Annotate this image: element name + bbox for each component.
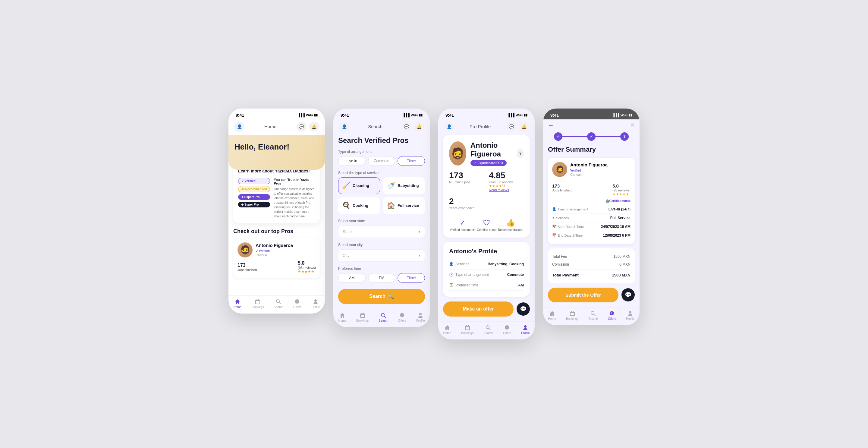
profile-avatar-btn[interactable]: 👤: [444, 122, 454, 131]
offer-rating-stat: 5.0 (93 reviews) ★★★★★: [613, 183, 630, 196]
service-cleaning[interactable]: 🧹 Cleaning: [338, 177, 380, 194]
nav-search-2[interactable]: Search: [378, 312, 388, 322]
offer-top-nav: ← ✕: [548, 119, 635, 132]
nav-offers-label-4: Offers: [608, 317, 616, 321]
nav-search-4[interactable]: Search: [588, 310, 598, 321]
certified-row: 🏥 Certified nurse: [552, 199, 630, 203]
nav-search-3[interactable]: Search: [484, 325, 493, 335]
avatar-btn[interactable]: 👤: [235, 122, 244, 131]
start-icon: 📅: [552, 225, 556, 229]
nav-offers-2[interactable]: Offers: [398, 312, 406, 322]
nav-profile-3[interactable]: Profile: [521, 325, 530, 335]
bell-icon[interactable]: 🔔: [309, 122, 319, 131]
pro-location-home: Cancún: [255, 253, 293, 257]
nav-search-label-2: Search: [378, 319, 388, 322]
chat-icon-3[interactable]: 💬: [506, 122, 516, 131]
search-avatar-btn[interactable]: 👤: [339, 122, 349, 131]
commission-value: 0 MXN: [619, 262, 630, 267]
profile-name-col: Antonio Figueroa ✓ Experienced PRO: [470, 141, 513, 166]
service-babysitting[interactable]: 🍼 Babysitting: [383, 177, 425, 194]
bottom-nav-1: Home Bookings Search Offers Profile: [228, 295, 325, 313]
bell-icon-3[interactable]: 🔔: [519, 122, 529, 131]
arrangement-icon-offer: 👤: [552, 207, 556, 211]
signal-icon-2: ▐▐▐: [402, 113, 409, 117]
search-nav-title: Search: [368, 124, 382, 129]
service-cooking[interactable]: 🍳 Cooking: [338, 197, 380, 214]
pill-livein[interactable]: Live-in: [338, 156, 366, 166]
nav-profile-4[interactable]: Profile: [626, 310, 634, 321]
nav-home-1[interactable]: Home: [234, 299, 242, 309]
nav-bookings-1[interactable]: Bookings: [251, 299, 264, 309]
signal-icon: ▐▐▐: [298, 113, 304, 117]
nav-home-4[interactable]: Home: [548, 310, 556, 321]
nav-offers-4[interactable]: Offers: [608, 310, 616, 321]
service-fullservice[interactable]: 🏠 Full service: [383, 197, 425, 214]
read-reviews[interactable]: Read reviews: [489, 188, 524, 192]
nav-offers-1[interactable]: Offers: [293, 299, 301, 309]
badge-verified-docs: ✓ Verified documents: [450, 218, 475, 232]
offer-arrangement-label: 👤 Type of arrangement: [552, 207, 588, 211]
nav-profile-2[interactable]: Profile: [416, 312, 425, 322]
status-bar-2: 9:41 ▐▐▐ WiFi ▮▮: [333, 109, 430, 119]
antonio-profile-card: Antonio's Profile 👤 Services Babysitting…: [443, 242, 530, 297]
nav-bookings-4[interactable]: Bookings: [566, 310, 578, 321]
back-button[interactable]: ←: [548, 122, 554, 129]
city-label: Select your city: [338, 243, 425, 247]
chat-circle-btn[interactable]: 💬: [517, 302, 530, 316]
battery-icon-2: ▮▮: [419, 113, 423, 117]
verified-docs-icon: ✓: [460, 218, 466, 227]
pill-either[interactable]: Either: [398, 156, 425, 166]
chat-circle-offer[interactable]: 💬: [621, 288, 635, 301]
verified-docs-label: Verified documents: [450, 228, 475, 232]
offer-start-label: 📅 Start Date & Time: [552, 225, 584, 229]
nav-home-3[interactable]: Home: [443, 325, 452, 335]
arrangement-label: Type of arrangement: [338, 150, 425, 154]
battery-icon-3: ▮▮: [524, 113, 527, 117]
search-content: Search Verified Pros Type of arrangement…: [333, 135, 430, 309]
city-select[interactable]: City ▾: [338, 249, 425, 262]
home-main: Your Trust & Safety is our priority. Lea…: [228, 158, 325, 278]
pill-pm[interactable]: PM: [368, 273, 396, 283]
nav-home-label-1: Home: [234, 305, 242, 309]
offer-end-value: 12/08/2023 6 PM: [603, 233, 630, 238]
status-icons-1: ▐▐▐ WiFi ▮▮: [298, 113, 318, 117]
state-select[interactable]: State ▾: [338, 226, 425, 238]
nav-bookings-3[interactable]: Bookings: [461, 325, 473, 335]
service-label: Select the type of service: [338, 171, 425, 175]
nav-offers-3[interactable]: Offers: [503, 325, 511, 335]
pro-card-home[interactable]: 🧔 Antonio Figueroa ✓ Verified Cancún 173…: [233, 238, 320, 278]
years-label: Years experience: [449, 206, 484, 210]
end-icon: 📅: [552, 233, 556, 237]
chat-icon-2[interactable]: 💬: [401, 122, 411, 131]
help-icon[interactable]: ?: [517, 149, 524, 158]
city-placeholder: City: [343, 253, 349, 258]
nav-icons-profile: 💬 🔔: [506, 122, 529, 131]
nav-home-2[interactable]: Home: [338, 312, 347, 322]
chat-icon[interactable]: 💬: [297, 122, 306, 131]
make-offer-button[interactable]: Make an offer: [443, 301, 514, 317]
cooking-icon: 🍳: [342, 202, 350, 210]
total-payment-label: Total Payment: [552, 273, 579, 277]
recommended-badge: 🏷 Recommended: [238, 186, 270, 192]
nav-bookings-label-4: Bookings: [566, 317, 578, 321]
nav-profile-label-4: Profile: [626, 317, 634, 321]
nav-search-1[interactable]: Search: [274, 299, 283, 309]
commission-label: Comission: [552, 262, 569, 267]
nav-bookings-2[interactable]: Bookings: [356, 312, 369, 322]
submit-offer-button[interactable]: Submit the Offer: [548, 288, 618, 302]
pill-am[interactable]: AM: [338, 273, 366, 283]
pill-either-time[interactable]: Either: [398, 273, 425, 283]
state-placeholder: State: [343, 230, 352, 234]
years-num: 2: [449, 197, 484, 206]
bell-icon-2[interactable]: 🔔: [414, 122, 424, 131]
trust-body: Our badge system is designed to offer yo…: [274, 187, 315, 218]
nav-profile-1[interactable]: Profile: [311, 299, 320, 309]
services-label: 👤 Services: [449, 262, 469, 266]
cleaning-icon: 🧹: [342, 182, 350, 190]
progress-line-2: [595, 136, 620, 137]
nav-profile-label-1: Profile: [311, 305, 320, 309]
close-button[interactable]: ✕: [630, 122, 635, 128]
status-bar-3: 9:41 ▐▐▐ WiFi ▮▮: [438, 109, 535, 119]
search-button[interactable]: Search 🔍: [338, 289, 425, 304]
pill-commute[interactable]: Commute: [368, 156, 396, 166]
